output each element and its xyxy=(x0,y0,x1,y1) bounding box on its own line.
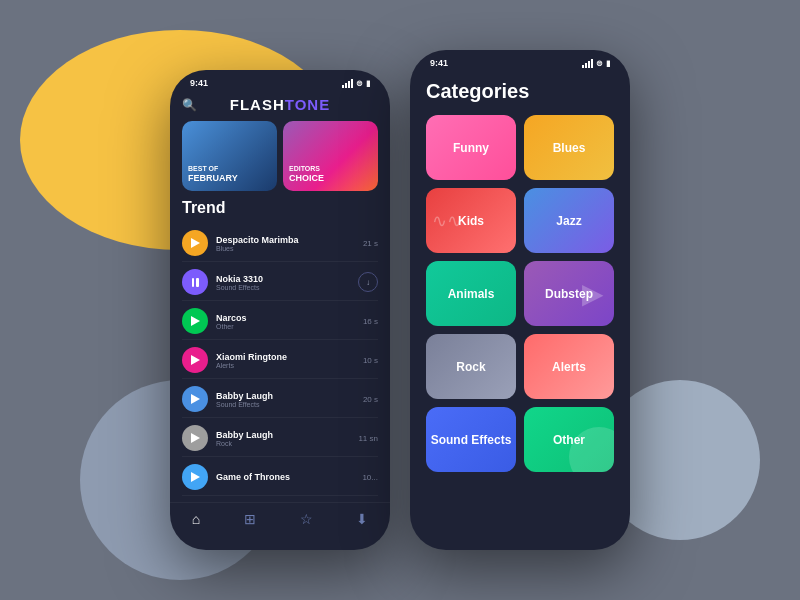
track-name: Xiaomi Ringtone xyxy=(216,352,355,362)
category-jazz[interactable]: Jazz xyxy=(524,188,614,253)
status-bar-2: 9:41 ⊜ ▮ xyxy=(410,50,630,72)
logo-flash: FLASH xyxy=(230,96,285,113)
track-info: Babby Laugh Sound Effects xyxy=(216,391,355,408)
track-duration: 11 sn xyxy=(358,434,378,443)
track-name: Babby Laugh xyxy=(216,391,355,401)
category-kids[interactable]: Kids xyxy=(426,188,516,253)
track-category: Sound Effects xyxy=(216,284,350,291)
category-other[interactable]: Other xyxy=(524,407,614,472)
track-play-icon[interactable] xyxy=(182,347,208,373)
phone-trend: 9:41 ⊜ ▮ 🔍 FLASHTONE xyxy=(170,70,390,550)
time-2: 9:41 xyxy=(430,58,448,68)
wifi-icon-2: ⊜ xyxy=(596,59,603,68)
signal-icon-1 xyxy=(342,79,353,88)
banner-february[interactable]: BEST OF FEBRUARY xyxy=(182,121,277,191)
banner-choice[interactable]: EDITORS CHOICE xyxy=(283,121,378,191)
status-icons-2: ⊜ ▮ xyxy=(582,59,610,68)
track-name: Narcos xyxy=(216,313,355,323)
category-funny-label: Funny xyxy=(453,141,489,155)
category-kids-label: Kids xyxy=(458,214,484,228)
category-animals[interactable]: Animals xyxy=(426,261,516,326)
banners-row: BEST OF FEBRUARY EDITORS CHOICE xyxy=(170,121,390,199)
track-info: Narcos Other xyxy=(216,313,355,330)
track-item[interactable]: Xiaomi Ringtone Alerts 10 s xyxy=(182,342,378,379)
track-list: Despacito Marimba Blues 21 s Nokia 3310 … xyxy=(182,225,378,496)
category-rock[interactable]: Rock xyxy=(426,334,516,399)
track-category: Blues xyxy=(216,245,355,252)
track-name: Nokia 3310 xyxy=(216,274,350,284)
bottom-nav: ⌂ ⊞ ☆ ⬇ xyxy=(170,502,390,535)
track-duration: 16 s xyxy=(363,317,378,326)
track-name: Game of Thrones xyxy=(216,472,354,482)
category-rock-label: Rock xyxy=(456,360,485,374)
track-play-icon[interactable] xyxy=(182,425,208,451)
track-info: Babby Laugh Rock xyxy=(216,430,350,447)
status-bar-1: 9:41 ⊜ ▮ xyxy=(170,70,390,92)
track-play-icon[interactable] xyxy=(182,308,208,334)
category-blues[interactable]: Blues xyxy=(524,115,614,180)
trend-title: Trend xyxy=(182,199,378,217)
banner-choice-text: EDITORS CHOICE xyxy=(289,164,324,185)
track-name: Babby Laugh xyxy=(216,430,350,440)
track-category: Alerts xyxy=(216,362,355,369)
phones-container: 9:41 ⊜ ▮ 🔍 FLASHTONE xyxy=(170,50,630,550)
track-duration: 10... xyxy=(362,473,378,482)
battery-icon-1: ▮ xyxy=(366,79,370,88)
track-category: Other xyxy=(216,323,355,330)
category-alerts-label: Alerts xyxy=(552,360,586,374)
category-jazz-label: Jazz xyxy=(556,214,581,228)
nav-star-icon[interactable]: ☆ xyxy=(300,511,313,527)
nav-home-icon[interactable]: ⌂ xyxy=(192,511,200,527)
battery-icon-2: ▮ xyxy=(606,59,610,68)
track-item[interactable]: Despacito Marimba Blues 21 s xyxy=(182,225,378,262)
phone-categories: 9:41 ⊜ ▮ Categories Funny Blues K xyxy=(410,50,630,550)
app-logo: FLASHTONE xyxy=(230,96,330,113)
trend-section: Trend Despacito Marimba Blues 21 s xyxy=(170,199,390,496)
category-sound-effects-label: Sound Effects xyxy=(431,433,512,447)
track-play-icon[interactable] xyxy=(182,386,208,412)
category-dubstep[interactable]: Dubstep xyxy=(524,261,614,326)
status-icons-1: ⊜ ▮ xyxy=(342,79,370,88)
track-item[interactable]: Nokia 3310 Sound Effects ↓ xyxy=(182,264,378,301)
track-item[interactable]: Game of Thrones 10... xyxy=(182,459,378,496)
track-info: Nokia 3310 Sound Effects xyxy=(216,274,350,291)
category-blues-label: Blues xyxy=(553,141,586,155)
nav-download-icon[interactable]: ⬇ xyxy=(356,511,368,527)
track-play-icon[interactable] xyxy=(182,230,208,256)
category-funny[interactable]: Funny xyxy=(426,115,516,180)
category-sound-effects[interactable]: Sound Effects xyxy=(426,407,516,472)
logo-tone: TONE xyxy=(285,96,330,113)
track-item[interactable]: Babby Laugh Rock 11 sn xyxy=(182,420,378,457)
track-info: Game of Thrones xyxy=(216,472,354,482)
track-duration: 20 s xyxy=(363,395,378,404)
app-header: 🔍 FLASHTONE xyxy=(170,92,390,121)
track-pause-icon[interactable] xyxy=(182,269,208,295)
categories-title: Categories xyxy=(410,72,630,115)
track-name: Despacito Marimba xyxy=(216,235,355,245)
track-duration: 21 s xyxy=(363,239,378,248)
track-duration: 10 s xyxy=(363,356,378,365)
time-1: 9:41 xyxy=(190,78,208,88)
download-button[interactable]: ↓ xyxy=(358,272,378,292)
signal-icon-2 xyxy=(582,59,593,68)
category-other-label: Other xyxy=(553,433,585,447)
wifi-icon-1: ⊜ xyxy=(356,79,363,88)
category-alerts[interactable]: Alerts xyxy=(524,334,614,399)
track-category: Rock xyxy=(216,440,350,447)
track-item[interactable]: Narcos Other 16 s xyxy=(182,303,378,340)
search-icon[interactable]: 🔍 xyxy=(182,98,197,112)
nav-grid-icon[interactable]: ⊞ xyxy=(244,511,256,527)
track-play-icon[interactable] xyxy=(182,464,208,490)
category-animals-label: Animals xyxy=(448,287,495,301)
track-info: Xiaomi Ringtone Alerts xyxy=(216,352,355,369)
track-info: Despacito Marimba Blues xyxy=(216,235,355,252)
track-category: Sound Effects xyxy=(216,401,355,408)
category-dubstep-label: Dubstep xyxy=(545,287,593,301)
category-grid: Funny Blues Kids Jazz Animals Dubstep Ro… xyxy=(410,115,630,488)
track-item[interactable]: Babby Laugh Sound Effects 20 s xyxy=(182,381,378,418)
banner-feb-text: BEST OF FEBRUARY xyxy=(188,164,238,185)
